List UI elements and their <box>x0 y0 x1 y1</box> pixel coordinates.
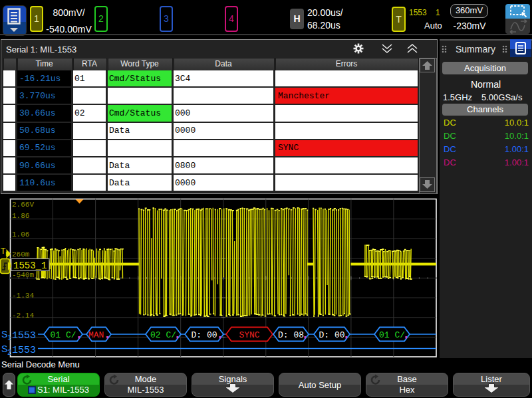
svg-text:MAN.: MAN. <box>88 330 109 340</box>
svg-text:1553: 1553 <box>12 345 36 356</box>
svg-text:1553_1: 1553_1 <box>13 260 47 271</box>
svg-text:D: 00: D: 00 <box>191 330 217 340</box>
svg-text:2.66V: 2.66V <box>12 201 34 209</box>
svg-text:-1.34: -1.34 <box>12 292 34 300</box>
svg-text:02 C/: 02 C/ <box>150 330 176 340</box>
svg-text:1553: 1553 <box>12 330 36 342</box>
svg-text:260m: 260m <box>12 250 30 258</box>
svg-text:D: 00: D: 00 <box>319 330 344 340</box>
svg-text:SYNC: SYNC <box>239 330 259 340</box>
svg-text:1.86: 1.86 <box>12 212 29 220</box>
svg-text:01 C/: 01 C/ <box>379 330 405 340</box>
svg-text:-2.14: -2.14 <box>12 312 34 320</box>
svg-text:01 C/: 01 C/ <box>50 330 76 340</box>
svg-text:1.06: 1.06 <box>12 231 29 239</box>
svg-text:D: 08: D: 08 <box>278 330 304 340</box>
svg-text:-540m: -540m <box>12 271 34 279</box>
